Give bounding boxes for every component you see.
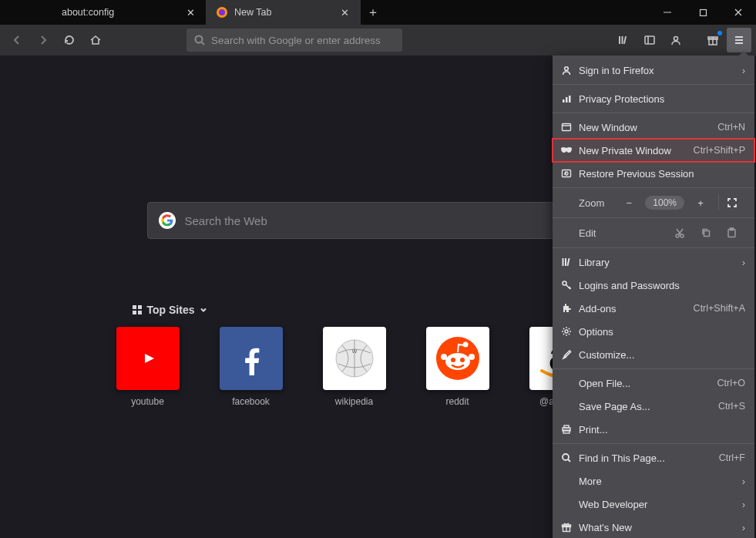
fullscreen-button[interactable] [727, 197, 747, 208]
zoom-value[interactable]: 100% [645, 196, 684, 210]
svg-point-52 [563, 281, 566, 285]
svg-point-33 [460, 358, 465, 362]
menu-privacy-protections[interactable]: Privacy Protections [553, 87, 754, 110]
menu-logins[interactable]: Logins and Passwords [553, 274, 754, 297]
svg-point-31 [469, 354, 475, 360]
close-icon[interactable]: ✕ [184, 7, 197, 18]
svg-line-58 [568, 459, 570, 462]
cut-button[interactable] [674, 227, 694, 238]
tab-new-tab[interactable]: New Tab ✕ [207, 0, 361, 25]
svg-rect-49 [563, 258, 564, 266]
sidebar-toolbar-button[interactable] [637, 28, 662, 52]
new-tab-button[interactable]: ＋ [361, 0, 385, 25]
chevron-right-icon: › [742, 257, 745, 268]
chart-icon [560, 92, 573, 105]
svg-rect-50 [565, 258, 566, 266]
zoom-in-button[interactable]: + [690, 197, 711, 209]
menu-new-private-window[interactable]: New Private Window Ctrl+Shift+P [553, 139, 754, 162]
svg-rect-10 [623, 36, 627, 44]
topsites-header[interactable]: Top Sites [132, 304, 625, 316]
svg-point-30 [441, 354, 447, 360]
topsite-wikipedia[interactable]: W wikipedia [323, 327, 386, 407]
svg-rect-23 [138, 311, 142, 314]
svg-point-37 [565, 67, 569, 71]
library-icon [560, 256, 573, 268]
svg-rect-41 [563, 124, 571, 131]
svg-rect-40 [569, 96, 571, 103]
svg-point-1 [219, 9, 225, 15]
menu-whats-new[interactable]: What's New › [553, 516, 754, 538]
address-placeholder: Search with Google or enter address [211, 35, 381, 46]
menu-library[interactable]: Library › [553, 251, 754, 274]
menu-restore-session[interactable]: Restore Previous Session [553, 162, 754, 185]
svg-point-13 [674, 37, 678, 41]
key-icon [560, 279, 573, 291]
tab-strip: about:config ✕ New Tab ✕ ＋ [0, 0, 385, 25]
site-label: wikipedia [335, 396, 373, 407]
app-menu: Sign in to Firefox › Privacy Protections… [553, 55, 754, 538]
tab-label: about:config [62, 7, 178, 18]
menu-edit-row: Edit [553, 220, 754, 245]
firefox-icon [216, 6, 228, 18]
svg-rect-8 [619, 36, 620, 44]
puzzle-icon [560, 302, 573, 314]
address-bar[interactable]: Search with Google or enter address [186, 29, 402, 52]
back-button[interactable] [5, 28, 29, 52]
site-label: reddit [445, 396, 469, 407]
svg-rect-3 [700, 9, 706, 15]
svg-point-53 [565, 330, 568, 333]
chevron-right-icon: › [742, 65, 745, 76]
maximize-button[interactable] [685, 0, 721, 25]
gift-icon [560, 521, 573, 533]
svg-point-44 [676, 234, 679, 237]
topsite-youtube[interactable]: youtube [116, 327, 180, 407]
close-icon[interactable]: ✕ [338, 7, 351, 18]
whats-new-toolbar-button[interactable] [701, 28, 725, 52]
menu-addons[interactable]: Add-ons Ctrl+Shift+A [553, 297, 754, 320]
menu-web-developer[interactable]: Web Developer › [553, 493, 754, 516]
account-icon [560, 64, 573, 76]
svg-point-6 [196, 36, 203, 43]
svg-rect-9 [622, 36, 623, 44]
window-icon [560, 121, 573, 133]
svg-point-32 [451, 358, 455, 362]
menu-save-page[interactable]: Save Page As... Ctrl+S [553, 395, 754, 418]
svg-rect-39 [566, 97, 568, 103]
site-label: youtube [131, 396, 164, 407]
menu-more[interactable]: More › [553, 469, 754, 493]
home-button[interactable] [83, 28, 108, 52]
svg-rect-21 [138, 305, 142, 309]
minimize-button[interactable] [650, 0, 685, 25]
paste-button[interactable] [727, 227, 747, 238]
reload-button[interactable] [57, 28, 82, 52]
library-toolbar-button[interactable] [611, 28, 636, 52]
search-icon [194, 35, 205, 45]
search-web-input[interactable]: Search the Web [147, 202, 610, 239]
menu-customize[interactable]: Customize... [553, 343, 754, 366]
titlebar: about:config ✕ New Tab ✕ ＋ [0, 0, 756, 25]
menu-find[interactable]: Find in This Page... Ctrl+F [553, 446, 754, 469]
tab-about-config[interactable]: about:config ✕ [52, 0, 207, 25]
menu-new-window[interactable]: New Window Ctrl+N [553, 116, 754, 139]
window-controls [650, 0, 756, 25]
menu-options[interactable]: Options [553, 320, 754, 343]
app-menu-button[interactable] [727, 28, 751, 52]
menu-zoom-row: Zoom − 100% + [553, 190, 754, 215]
zoom-out-button[interactable]: − [619, 197, 639, 209]
account-button[interactable] [664, 28, 688, 52]
topsite-facebook[interactable]: facebook [220, 327, 283, 407]
menu-open-file[interactable]: Open File... Ctrl+O [553, 372, 754, 395]
menu-sign-in[interactable]: Sign in to Firefox › [553, 59, 754, 82]
topsite-reddit[interactable]: reddit [426, 327, 489, 407]
svg-point-57 [563, 454, 569, 460]
svg-rect-38 [563, 99, 565, 103]
menu-print[interactable]: Print... [553, 418, 754, 441]
svg-rect-48 [731, 228, 734, 230]
search-placeholder: Search the Web [185, 214, 267, 227]
google-icon [159, 212, 176, 229]
svg-point-45 [680, 234, 684, 237]
close-window-button[interactable] [721, 0, 756, 25]
mask-icon [560, 144, 573, 156]
forward-button[interactable] [31, 28, 55, 52]
copy-button[interactable] [701, 227, 721, 238]
